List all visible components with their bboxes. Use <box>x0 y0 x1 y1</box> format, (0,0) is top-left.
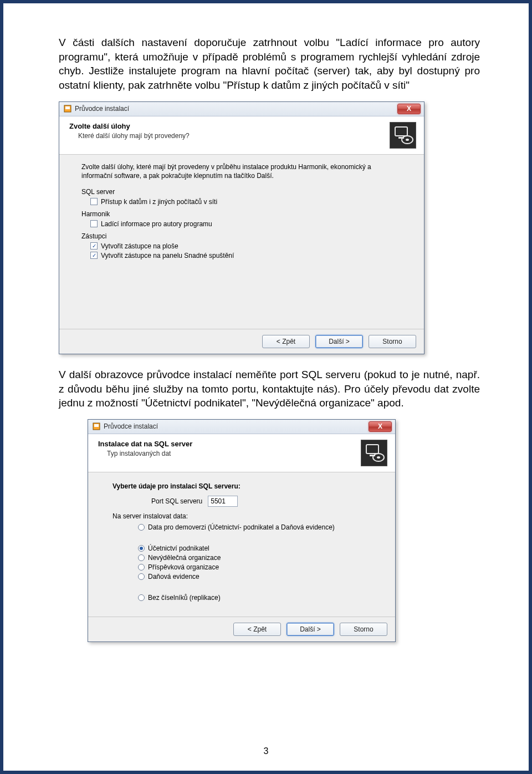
dialog-header: Instalace dat na SQL server Typ instalov… <box>88 434 395 472</box>
dialog-body: Zvolte další úlohy, které mají být prove… <box>59 155 424 329</box>
back-button[interactable]: < Zpět <box>262 335 310 348</box>
radio-label: Nevýdělečná organizace <box>148 554 221 562</box>
checkbox-label: Vytvořit zástupce na ploše <box>101 242 178 250</box>
wizard-dialog-sql-data: Průvodce instalací X Instalace dat na SQ… <box>88 419 396 642</box>
port-field-row: Port SQL serveru 5501 <box>151 496 381 507</box>
radio-prispevkova[interactable]: Příspěvková organizace <box>138 563 381 571</box>
dialog-subheading: Typ instalovaných dat <box>98 450 354 457</box>
paragraph-1: V části dalších nastavení doporučuje zat… <box>59 35 480 93</box>
radio-ucetnictvi-podnikatel[interactable]: Účetnictví podnikatel <box>138 544 381 552</box>
titlebar: Průvodce instalací X <box>88 420 395 434</box>
window-title: Průvodce instalací <box>104 422 369 430</box>
radio-bez-ciselniku[interactable]: Bez číselníků (replikace) <box>138 594 381 602</box>
svg-rect-1 <box>65 106 70 109</box>
port-label: Port SQL serveru <box>151 497 202 505</box>
radio-label: Účetnictví podnikatel <box>148 544 209 552</box>
checkbox-label: Vytvořit zástupce na panelu Snadné spušt… <box>101 252 234 259</box>
checkbox-label: Přístup k datům i z jiných počítačů v sí… <box>101 198 217 206</box>
page-number: 3 <box>3 746 529 756</box>
radio-icon <box>138 554 145 561</box>
cancel-button[interactable]: Storno <box>369 335 416 348</box>
dialog-footer: < Zpět Další > Storno <box>88 617 395 641</box>
radio-icon <box>138 594 145 601</box>
checkbox-quicklaunch-shortcut[interactable]: ✓ Vytvořit zástupce na panelu Snadné spu… <box>90 252 402 259</box>
radio-nevydelecna[interactable]: Nevýdělečná organizace <box>138 554 381 562</box>
checkbox-label: Ladící informace pro autory programu <box>101 220 212 228</box>
svg-point-11 <box>377 456 380 459</box>
radio-label: Data pro demoverzi (Účetnictví- podnikat… <box>148 523 335 531</box>
dialog-heading: Instalace dat na SQL server <box>98 440 354 448</box>
radio-demo-data[interactable]: Data pro demoverzi (Účetnictví- podnikat… <box>138 523 381 531</box>
checkbox-icon <box>90 220 98 227</box>
intro-text: Zvolte další úlohy, které mají být prove… <box>81 162 402 180</box>
radio-icon <box>138 573 145 580</box>
computer-disc-icon <box>390 122 416 149</box>
installer-icon <box>64 105 71 113</box>
radio-icon <box>138 524 145 531</box>
cancel-button[interactable]: Storno <box>340 623 387 636</box>
next-button[interactable]: Další > <box>287 623 334 636</box>
radio-label: Daňová evidence <box>148 573 200 580</box>
svg-rect-2 <box>395 127 407 136</box>
close-button[interactable]: X <box>369 421 392 432</box>
checkbox-debug-info[interactable]: Ladící informace pro autory programu <box>90 220 402 228</box>
dialog-heading: Zvolte další úlohy <box>69 122 383 130</box>
dialog-body: Vyberte údaje pro instalaci SQL serveru:… <box>88 472 395 617</box>
port-input[interactable]: 5501 <box>208 496 238 507</box>
dialog-subheading: Které další úlohy mají být provedeny? <box>69 132 383 140</box>
radio-label: Příspěvková organizace <box>148 563 219 571</box>
wizard-dialog-tasks: Průvodce instalací X Zvolte další úlohy … <box>59 101 424 354</box>
radio-label: Bez číselníků (replikace) <box>148 594 221 602</box>
svg-point-5 <box>406 139 409 141</box>
checkbox-icon: ✓ <box>90 252 98 259</box>
radio-danova-evidence[interactable]: Daňová evidence <box>138 573 381 580</box>
dialog-footer: < Zpět Další > Storno <box>59 329 424 354</box>
group-shortcuts: Zástupci <box>81 232 402 240</box>
titlebar: Průvodce instalací X <box>59 102 424 116</box>
paragraph-2: V další obrazovce průvodce instalací nem… <box>59 368 480 410</box>
radio-icon <box>138 545 145 552</box>
install-data-label: Na server instalovat data: <box>112 512 381 520</box>
svg-rect-7 <box>94 424 99 427</box>
checkbox-icon <box>90 198 98 205</box>
close-button[interactable]: X <box>397 104 421 114</box>
dialog-header: Zvolte další úlohy Které další úlohy maj… <box>59 116 424 155</box>
group-harmonik: Harmonik <box>81 210 402 218</box>
radio-icon <box>138 564 145 571</box>
checkbox-network-access[interactable]: Přístup k datům i z jiných počítačů v sí… <box>90 198 402 206</box>
checkbox-desktop-shortcut[interactable]: ✓ Vytvořit zástupce na ploše <box>90 242 402 250</box>
window-title: Průvodce instalací <box>75 105 397 113</box>
section-subhead: Vyberte údaje pro instalaci SQL serveru: <box>112 482 381 490</box>
group-sql-server: SQL server <box>81 188 402 196</box>
next-button[interactable]: Další > <box>315 335 363 348</box>
computer-disc-icon <box>361 440 387 466</box>
checkbox-icon: ✓ <box>90 242 98 249</box>
installer-icon <box>93 422 100 430</box>
back-button[interactable]: < Zpět <box>233 623 281 636</box>
svg-rect-8 <box>366 445 378 454</box>
